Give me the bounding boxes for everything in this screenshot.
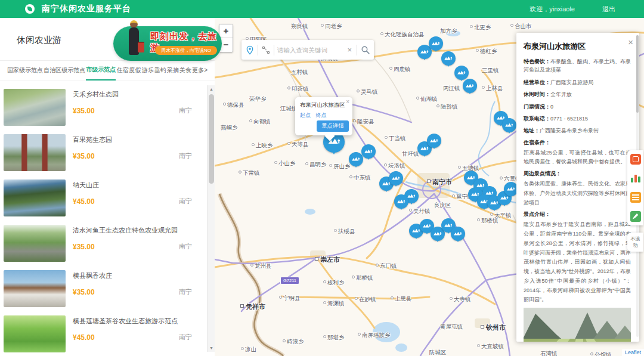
map-town-label: 下雷镇 bbox=[239, 169, 260, 177]
map-marker[interactable] bbox=[361, 144, 376, 159]
category-tab[interactable]: 自治区级示范点 bbox=[44, 61, 85, 80]
category-tab[interactable]: 住宿 bbox=[116, 61, 128, 80]
item-city: 南宁 bbox=[179, 197, 192, 206]
map-town-label: 燕峒乡 bbox=[221, 124, 238, 132]
item-name: 纳天山庄 bbox=[73, 181, 200, 190]
list-scrollbar[interactable]: ▲ ▼ bbox=[207, 85, 215, 352]
scenic-spot-icon bbox=[419, 47, 430, 57]
map-marker[interactable] bbox=[441, 51, 456, 66]
category-tab[interactable]: 度假 bbox=[129, 61, 141, 80]
detail-section: 周边景点情况： 各类休闲度假、康体养生、民俗文化、农家乐体验、户外运动及天坑洞穴… bbox=[524, 170, 631, 208]
map-town-label: 宁明县 bbox=[279, 295, 301, 302]
suitcase-icon bbox=[138, 42, 144, 52]
map-town-label: 上林县 bbox=[482, 85, 503, 92]
section-heading: 住宿条件： bbox=[524, 139, 631, 147]
detail-field: 休闲时间：全年开放 bbox=[524, 90, 631, 98]
category-tab[interactable]: 垂钓 bbox=[154, 61, 166, 80]
category-tab[interactable]: 游乐 bbox=[142, 61, 154, 80]
search-input[interactable] bbox=[277, 47, 345, 54]
promo-banner[interactable]: 即刻出发，去旅游 周末不涨价，向宅说NO bbox=[113, 26, 222, 61]
route-start-link[interactable]: 起点 bbox=[300, 112, 311, 118]
scroll-down-icon[interactable]: ▼ bbox=[208, 344, 215, 352]
notes-widget-icon[interactable] bbox=[630, 192, 641, 203]
detail-field: 联系电话：0771 - 6521815 bbox=[524, 114, 631, 123]
map-marker[interactable] bbox=[429, 36, 443, 51]
popup-close-icon[interactable]: × bbox=[346, 99, 349, 105]
map-town-label: 印茶镇 bbox=[287, 85, 309, 93]
map-town-label: 崇左市 bbox=[315, 255, 340, 264]
search-icon[interactable] bbox=[360, 45, 370, 55]
map-marker[interactable] bbox=[454, 66, 469, 80]
list-item[interactable]: 横县飘香农庄 ¥35.00 南宁 bbox=[0, 267, 215, 312]
scenic-photo bbox=[524, 308, 631, 342]
section-text: 距离县城25公里，可选择住县城，也可在当地民房居住，餐饮县城和民房中都有提供。 bbox=[524, 148, 631, 168]
location-pin-icon[interactable] bbox=[245, 45, 255, 55]
edit-widget-icon[interactable] bbox=[630, 211, 641, 222]
item-name: 横县飘香农庄 bbox=[73, 271, 200, 280]
list-item[interactable]: 清水河鱼王生态农庄特色农业观光园 ¥35.00 南宁 bbox=[0, 221, 215, 267]
map-town-label: 屏山乡 bbox=[329, 163, 351, 171]
map-marker[interactable] bbox=[451, 227, 465, 241]
category-tab[interactable]: 采摘 bbox=[167, 61, 179, 80]
logout-link[interactable]: 退出 bbox=[602, 5, 615, 14]
field-label: 地址： bbox=[524, 128, 540, 134]
map-marker[interactable] bbox=[463, 79, 477, 93]
map-town-label: 公馆镇 bbox=[590, 351, 612, 356]
panel-close-icon[interactable]: × bbox=[628, 38, 633, 47]
map-marker[interactable] bbox=[502, 118, 516, 132]
field-value: 0771 - 6521815 bbox=[550, 116, 588, 122]
spot-detail-button[interactable]: 景点详情 bbox=[317, 120, 349, 132]
scenic-spot-icon bbox=[395, 196, 407, 207]
map-search-bar: × bbox=[242, 40, 374, 60]
list-item[interactable]: 横县莲塘圣茶谷农业生态旅游示范点 ¥45.00 南宁 bbox=[0, 312, 215, 355]
map-attribution-link[interactable]: Leaflet bbox=[622, 349, 644, 356]
category-tab[interactable]: 市级示范点 bbox=[86, 60, 116, 81]
item-city: 南宁 bbox=[179, 242, 192, 251]
list-item[interactable]: 纳天山庄 ¥45.00 南宁 bbox=[0, 176, 215, 221]
map-popup: × 布泉河山水旅游区 起点 终点 景点详情 bbox=[295, 97, 352, 135]
scenic-spot-icon bbox=[390, 173, 401, 184]
map-marker[interactable] bbox=[389, 171, 403, 185]
highway-shield: G7211 bbox=[280, 277, 299, 284]
panel-scrollbar-thumb[interactable] bbox=[636, 35, 639, 113]
category-tab[interactable]: 国家级示范点 bbox=[7, 61, 43, 80]
scenic-spot-icon bbox=[350, 154, 361, 165]
route-icon[interactable] bbox=[261, 45, 271, 55]
scroll-up-icon[interactable]: ▲ bbox=[208, 85, 215, 93]
map-marker[interactable] bbox=[349, 152, 363, 166]
plugin-red-icon[interactable] bbox=[630, 154, 641, 165]
scenic-spot-icon bbox=[363, 146, 374, 157]
scenic-spot-icon bbox=[428, 135, 439, 146]
category-tab[interactable]: 美食 bbox=[179, 61, 191, 80]
map-town-label: 吴圩镇 bbox=[409, 208, 431, 215]
map-marker[interactable] bbox=[394, 194, 408, 209]
route-end-link[interactable]: 终点 bbox=[316, 112, 327, 118]
map-town-label: 五村镇 bbox=[291, 69, 308, 76]
scroll-toggle-button[interactable]: 不滚动 bbox=[627, 233, 643, 252]
list-item[interactable]: 天禾乡村生态园 ¥35.00 南宁 bbox=[0, 85, 215, 131]
map-town-label: 周鹿镇 bbox=[389, 66, 411, 73]
map-town-label: 在妙镇 bbox=[355, 296, 376, 304]
map-town-label: 两江镇 bbox=[443, 85, 460, 92]
map-town-label: 东门镇 bbox=[376, 262, 397, 270]
field-value: 全年开放 bbox=[550, 91, 572, 97]
item-city: 南宁 bbox=[179, 106, 192, 115]
list-item[interactable]: 百果苑生态园 ¥35.00 南宁 bbox=[0, 131, 215, 176]
scenic-spot-icon bbox=[505, 184, 516, 194]
scenic-spot-icon bbox=[456, 67, 467, 78]
map-town-label: 中东镇 bbox=[349, 174, 371, 182]
clear-search-icon[interactable]: × bbox=[345, 45, 354, 54]
category-tab[interactable]: 更多> bbox=[192, 61, 208, 80]
map-town-label: 丁当镇 bbox=[385, 135, 406, 143]
field-label: 联系电话： bbox=[524, 116, 550, 122]
scrollbar-thumb[interactable] bbox=[209, 94, 214, 184]
item-name: 百果苑生态园 bbox=[73, 135, 200, 144]
map-town-label: 仙湖镇 bbox=[416, 95, 438, 103]
map-town-label: 上思县 bbox=[391, 295, 412, 303]
chart-widget-icon[interactable] bbox=[630, 173, 641, 184]
map-marker[interactable] bbox=[427, 134, 441, 148]
detail-field: 门票情况：0 bbox=[524, 103, 631, 111]
item-photo bbox=[4, 179, 66, 216]
field-value: 广西隆安县布泉乡布泉街 bbox=[540, 128, 599, 134]
item-name: 横县莲塘圣茶谷农业生态旅游示范点 bbox=[73, 317, 200, 326]
